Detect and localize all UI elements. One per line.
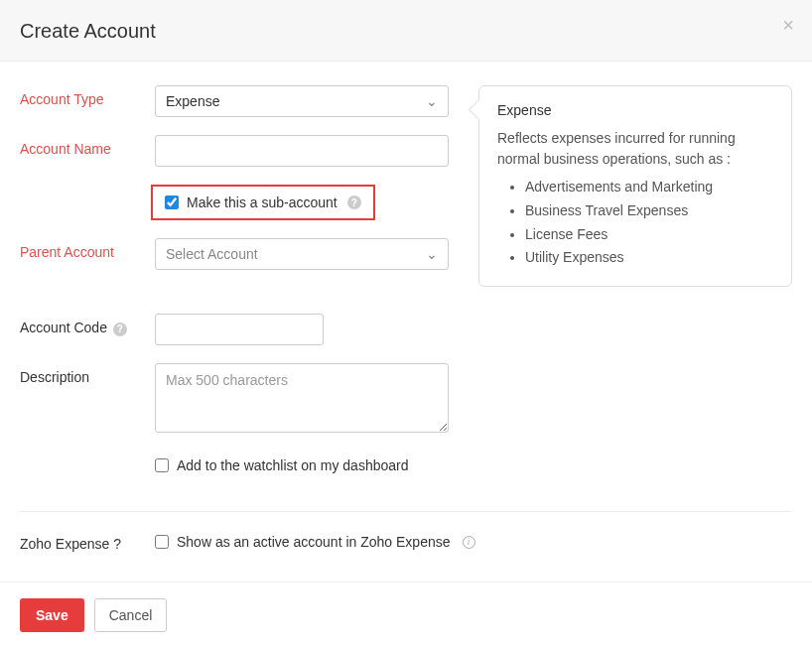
info-panel: Expense Reflects expenses incurred for r… xyxy=(478,85,792,287)
account-type-value: Expense xyxy=(166,93,219,109)
info-icon[interactable]: i xyxy=(463,536,475,549)
zoho-expense-label: Show as an active account in Zoho Expens… xyxy=(177,534,451,550)
sub-account-label: Make this a sub-account xyxy=(187,194,338,210)
divider xyxy=(20,511,792,512)
row-parent-account: Parent Account Select Account ⌄ xyxy=(20,238,457,270)
cancel-button[interactable]: Cancel xyxy=(94,598,168,632)
sub-account-highlight: Make this a sub-account ? xyxy=(151,185,375,220)
modal-title: Create Account xyxy=(20,20,792,43)
zoho-expense-section: Zoho Expense ? Show as an active account… xyxy=(0,530,812,581)
help-icon[interactable]: ? xyxy=(347,195,361,209)
watchlist-label: Add to the watchlist on my dashboard xyxy=(177,457,408,473)
close-button[interactable]: × xyxy=(782,14,794,37)
label-description: Description xyxy=(20,363,155,385)
label-account-type: Account Type xyxy=(20,85,155,107)
label-account-name: Account Name xyxy=(20,135,155,157)
close-icon: × xyxy=(782,14,794,36)
row-sub-account: Make this a sub-account ? xyxy=(20,185,457,220)
info-item: Utility Expenses xyxy=(525,246,773,270)
row-account-code: Account Code ? xyxy=(20,314,457,345)
save-button[interactable]: Save xyxy=(20,598,84,632)
zoho-expense-checkbox[interactable] xyxy=(155,535,169,549)
row-watchlist: Add to the watchlist on my dashboard xyxy=(20,453,457,473)
account-code-input[interactable] xyxy=(155,314,324,345)
description-textarea[interactable] xyxy=(155,363,449,433)
info-item: Advertisements and Marketing xyxy=(525,176,773,199)
form-column: Account Type Expense ⌄ Account Name Make… xyxy=(20,85,457,491)
chevron-down-icon: ⌄ xyxy=(426,93,438,109)
label-zoho-expense: Zoho Expense ? xyxy=(20,530,155,552)
row-account-type: Account Type Expense ⌄ xyxy=(20,85,457,117)
row-description: Description xyxy=(20,363,457,436)
parent-account-select[interactable]: Select Account ⌄ xyxy=(155,238,449,270)
modal-header: Create Account × xyxy=(0,0,812,62)
watchlist-checkbox[interactable] xyxy=(155,458,169,472)
row-account-name: Account Name xyxy=(20,135,457,167)
modal-footer: Save Cancel xyxy=(0,581,812,646)
info-item: License Fees xyxy=(525,223,773,247)
info-title: Expense xyxy=(497,102,773,118)
label-parent-account: Parent Account xyxy=(20,238,155,260)
account-type-select[interactable]: Expense ⌄ xyxy=(155,85,449,117)
info-description: Reflects expenses incurred for running n… xyxy=(497,128,773,170)
modal-content: Account Type Expense ⌄ Account Name Make… xyxy=(0,62,812,501)
label-account-code: Account Code ? xyxy=(20,314,155,336)
info-list: Advertisements and Marketing Business Tr… xyxy=(497,176,773,270)
account-name-input[interactable] xyxy=(155,135,449,167)
info-item: Business Travel Expenses xyxy=(525,199,773,223)
parent-account-placeholder: Select Account xyxy=(166,246,258,262)
sub-account-checkbox[interactable] xyxy=(165,195,179,209)
chevron-down-icon: ⌄ xyxy=(426,246,438,262)
help-icon[interactable]: ? xyxy=(113,323,127,336)
